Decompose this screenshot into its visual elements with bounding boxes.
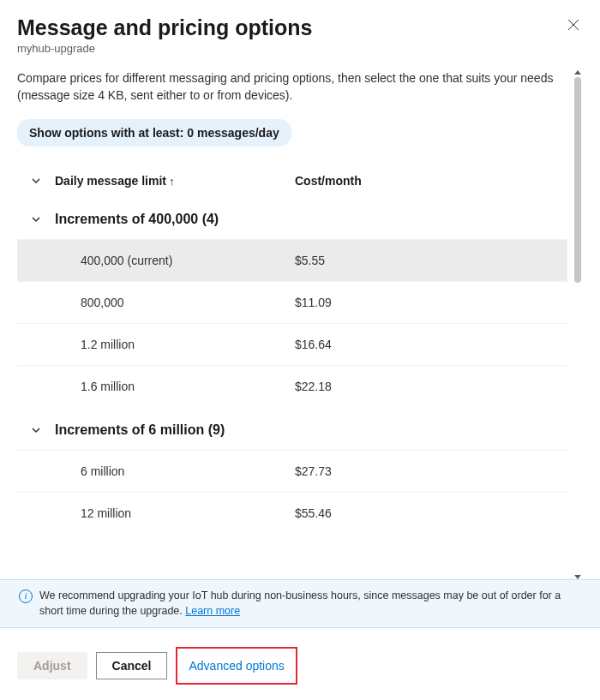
close-button[interactable] — [564, 15, 583, 37]
group-label: Increments of 6 million (9) — [55, 422, 295, 438]
footer-actions: Adjust Cancel Advanced options — [17, 628, 583, 700]
cell-limit: 1.2 million — [55, 338, 295, 351]
scroll-thumb[interactable] — [574, 77, 581, 283]
cell-cost: $11.09 — [295, 296, 567, 309]
table-row[interactable]: 6 million $27.73 — [17, 450, 567, 492]
learn-more-link[interactable]: Learn more — [185, 605, 240, 617]
scroll-down-icon — [574, 575, 581, 579]
close-icon — [567, 19, 579, 31]
column-header-limit-label: Daily message limit — [55, 174, 166, 188]
page-title: Message and pricing options — [17, 15, 313, 40]
cell-cost: $5.55 — [295, 254, 567, 267]
scroll-up-icon — [574, 70, 581, 75]
cell-cost: $27.73 — [295, 464, 567, 478]
resource-subtitle: myhub-upgrade — [17, 42, 583, 55]
scrollbar[interactable] — [573, 70, 583, 579]
column-headers-row: Daily message limit↑ Cost/month — [17, 169, 567, 196]
filter-pill[interactable]: Show options with at least: 0 messages/d… — [17, 119, 291, 147]
table-row[interactable]: 12 million $55.46 — [17, 492, 567, 534]
cell-limit: 6 million — [55, 464, 295, 478]
table-row[interactable]: 1.2 million $16.64 — [17, 323, 567, 365]
table-row[interactable]: 1.6 million $22.18 — [17, 365, 567, 407]
cell-cost: $22.18 — [295, 380, 567, 393]
cell-cost: $55.46 — [295, 506, 567, 520]
column-header-limit[interactable]: Daily message limit↑ — [55, 174, 295, 188]
info-icon: i — [19, 589, 33, 603]
cell-limit: 12 million — [55, 506, 295, 520]
chevron-down-icon — [31, 214, 41, 224]
table-row[interactable]: 800,000 $11.09 — [17, 281, 567, 323]
cancel-button[interactable]: Cancel — [96, 652, 168, 679]
group-header[interactable]: Increments of 400,000 (4) — [17, 196, 567, 239]
cell-cost: $16.64 — [295, 338, 567, 351]
column-header-cost[interactable]: Cost/month — [295, 174, 567, 188]
group-label: Increments of 400,000 (4) — [55, 212, 295, 227]
adjust-button: Adjust — [17, 652, 87, 679]
sort-ascending-icon: ↑ — [169, 175, 175, 188]
group-header[interactable]: Increments of 6 million (9) — [17, 407, 567, 450]
info-banner: i We recommend upgrading your IoT hub du… — [0, 579, 600, 628]
table-row[interactable]: 400,000 (current) $5.55 — [17, 239, 567, 281]
cell-limit: 800,000 — [55, 296, 295, 309]
description-text: Compare prices for different messaging a… — [17, 70, 567, 104]
cell-limit: 1.6 million — [55, 380, 295, 393]
cell-limit: 400,000 (current) — [55, 254, 295, 267]
expand-all-toggle[interactable] — [17, 176, 55, 186]
advanced-options-link[interactable]: Advanced options — [179, 652, 293, 679]
info-text: We recommend upgrading your IoT hub duri… — [39, 589, 561, 617]
highlight-box: Advanced options — [176, 647, 297, 685]
chevron-down-icon — [31, 176, 41, 186]
chevron-down-icon — [31, 425, 41, 435]
